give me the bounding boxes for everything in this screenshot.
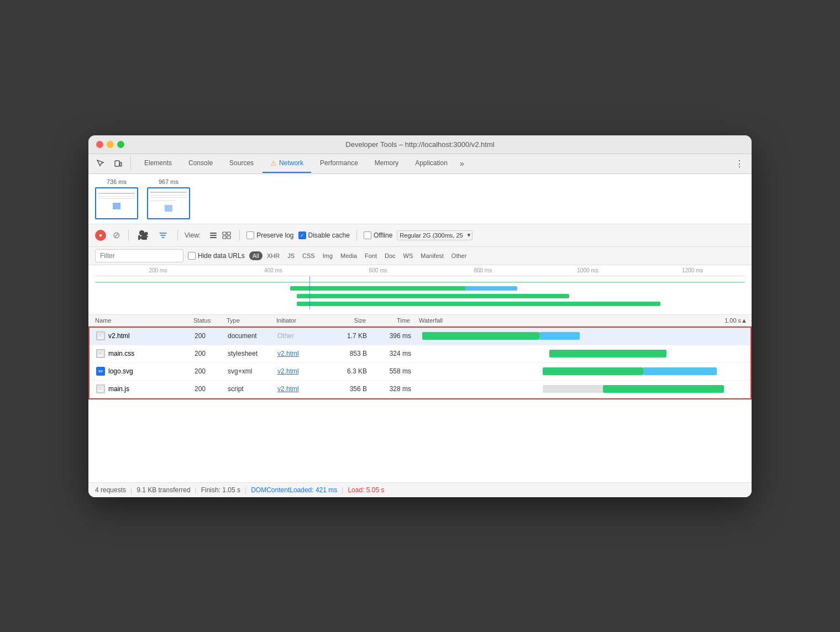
tab-network[interactable]: ⚠ Network [262,155,311,173]
ruler-mark-200: 200 ms [95,267,221,273]
row-size-v2html: 1.7 KB [327,332,371,340]
waterfall-bar-mainjs-green [603,385,723,393]
more-tabs-button[interactable]: » [456,155,468,172]
network-toolbar: ● ⊘ 🎥 View: [88,224,752,247]
type-ws-button[interactable]: WS [400,251,417,260]
type-img-button[interactable]: Img [319,251,336,260]
waterfall-bar-maincss-green [549,350,666,357]
table-row[interactable]: v2.html 200 document Other 1.7 KB 396 ms [90,328,750,345]
footer-sep-1: | [130,486,132,494]
tab-console[interactable]: Console [181,155,221,172]
row-type-logosvg: svg+xml [228,367,277,375]
preserve-log-check[interactable] [246,231,254,239]
ruler-mark-1000: 1000 ms [536,267,641,273]
minimize-button[interactable] [107,141,114,148]
tab-application[interactable]: Application [407,155,455,172]
col-header-size[interactable]: Size [326,317,370,324]
row-initiator-mainjs[interactable]: v2.html [277,385,327,393]
tab-elements[interactable]: Elements [136,155,180,172]
svg-rect-9 [97,333,104,339]
hide-data-urls-check[interactable] [188,252,196,260]
table-row[interactable]: main.css 200 stylesheet v2.html 853 B 32… [90,345,750,363]
row-size-logosvg: 6.3 KB [327,367,371,375]
inspect-icon[interactable] [93,156,108,171]
devtools-window: Developer Tools – http://localhost:3000/… [88,135,752,497]
toolbar-separator-4 [356,230,357,241]
col-header-initiator[interactable]: Initiator [276,317,326,324]
timeline-bar-1-blue [465,286,517,291]
type-doc-button[interactable]: Doc [381,251,399,260]
type-filters: All XHR JS CSS Img Media Font Doc WS Man… [249,251,470,260]
type-manifest-button[interactable]: Manifest [417,251,447,260]
screenshot-item[interactable]: 736 ms [95,178,138,219]
screenshot-item-2[interactable]: 967 ms [147,178,190,219]
close-button[interactable] [96,141,103,148]
camera-icon[interactable]: 🎥 [135,228,151,243]
row-initiator-v2html: Other [277,332,327,340]
timeline-area[interactable]: 200 ms 400 ms 600 ms 800 ms 1000 ms 1200… [88,265,752,315]
filter-bar: Hide data URLs All XHR JS CSS Img Media … [88,247,752,265]
row-size-maincss: 853 B [327,350,371,357]
col-header-waterfall[interactable]: Waterfall 1.00 s▲ [414,317,752,324]
type-all-button[interactable]: All [249,251,262,260]
preserve-log-checkbox[interactable]: Preserve log [246,231,293,239]
col-header-time[interactable]: Time [370,317,414,324]
type-font-button[interactable]: Font [361,251,380,260]
svg-rect-17 [97,386,104,392]
traffic-lights [96,141,124,148]
screenshot-thumb-1[interactable] [95,187,138,219]
filename-logosvg: logo.svg [108,367,133,375]
maximize-button[interactable] [117,141,124,148]
waterfall-time-label: 1.00 s▲ [725,317,747,324]
row-name-v2html: v2.html [90,331,195,340]
type-js-button[interactable]: JS [284,251,298,260]
screenshot-thumb-2[interactable] [147,187,190,219]
footer-sep-2: | [195,486,197,494]
svg-rect-6 [227,232,230,235]
row-name-maincss: main.css [90,349,195,358]
footer-load: Load: 5.05 s [348,486,384,494]
throttle-select[interactable]: Regular 2G (300ms, 25 No throttling Fast… [397,230,473,240]
disable-cache-checkbox[interactable]: ✓ Disable cache [298,231,350,239]
file-icon-css [96,349,105,358]
group-view-icon[interactable] [221,229,233,241]
device-toggle-icon[interactable] [111,156,126,171]
tab-memory[interactable]: Memory [367,155,406,172]
svg-rect-1 [120,162,122,166]
tab-performance[interactable]: Performance [312,155,366,172]
waterfall-bar-v2html-blue [539,332,580,340]
type-xhr-button[interactable]: XHR [264,251,283,260]
type-css-button[interactable]: CSS [299,251,318,260]
type-media-button[interactable]: Media [337,251,360,260]
table-row[interactable]: main.js 200 script v2.html 356 B 328 ms [90,381,750,398]
footer-sep-4: | [342,486,343,494]
col-header-status[interactable]: Status [193,317,227,324]
type-other-button[interactable]: Other [448,251,470,260]
window-title: Developer Tools – http://localhost:3000/… [345,140,494,149]
list-view-icon[interactable] [207,229,219,241]
waterfall-bar-logosvg-green [543,367,643,375]
timeline-bar-1-green [290,286,472,291]
filter-icon[interactable] [155,228,171,243]
timeline-bar-2-green [297,294,570,298]
footer-transferred: 9.1 KB transferred [136,486,190,494]
footer-requests: 4 requests [95,486,126,494]
tab-sources[interactable]: Sources [222,155,261,172]
table-row[interactable]: SV logo.svg 200 svg+xml v2.html 6.3 KB 5… [90,363,750,381]
table-header: Name Status Type Initiator Size Time Wat… [88,315,752,326]
row-initiator-logosvg[interactable]: v2.html [277,367,327,375]
col-header-type[interactable]: Type [227,317,276,324]
record-button[interactable]: ● [95,230,106,241]
devtools-menu-button[interactable]: ⋮ [732,154,747,173]
col-header-name[interactable]: Name [88,317,193,324]
tabs-bar: Elements Console Sources ⚠ Network Perfo… [88,154,752,174]
clear-button[interactable]: ⊘ [111,230,122,241]
hide-data-urls-checkbox[interactable]: Hide data URLs [188,252,245,260]
filename-v2html: v2.html [108,332,130,340]
filter-input[interactable] [95,249,183,262]
offline-checkbox[interactable]: Offline [364,231,392,239]
disable-cache-check[interactable]: ✓ [298,231,306,239]
row-initiator-maincss[interactable]: v2.html [277,350,327,357]
row-status-maincss: 200 [195,350,228,357]
offline-check[interactable] [364,231,371,239]
